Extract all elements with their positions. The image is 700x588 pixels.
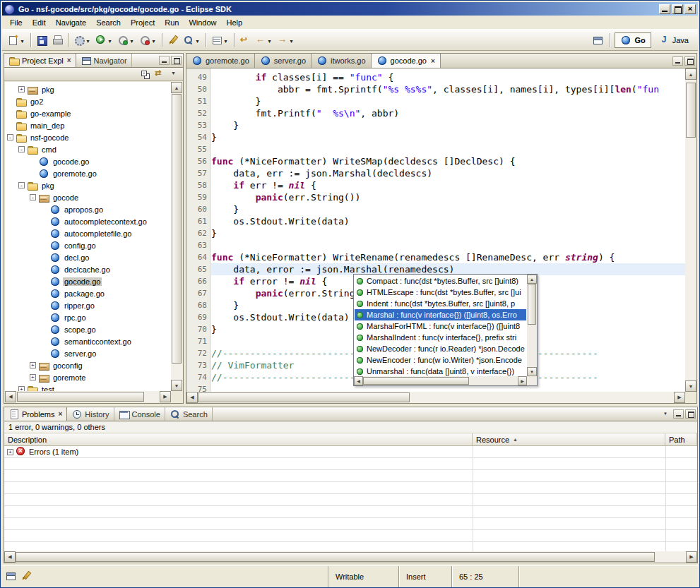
fast-view-icon-button[interactable] — [5, 570, 16, 583]
tree-item-gocode-go[interactable]: gocode.go — [5, 155, 171, 167]
scroll-left-icon[interactable] — [4, 551, 16, 563]
menu-help[interactable]: Help — [222, 17, 248, 28]
view-minimize-button[interactable] — [159, 56, 170, 65]
completion-item[interactable]: Compact : func(dst *bytes.Buffer, src []… — [355, 275, 526, 287]
scroll-down-icon[interactable] — [171, 380, 182, 391]
tree-item-ripper-go[interactable]: ripper.go — [5, 299, 171, 311]
column-header-path[interactable]: Path — [665, 433, 697, 445]
problems-row[interactable]: +Errors (1 item) — [4, 446, 697, 458]
expand-icon[interactable]: + — [18, 86, 25, 92]
editor-tab-goremote-go[interactable]: goremote.go — [186, 54, 255, 68]
scroll-up-icon[interactable] — [527, 275, 537, 284]
close-button[interactable] — [684, 4, 696, 14]
completion-item[interactable]: NewDecoder : func(r io.Reader) *json.Dec… — [355, 343, 526, 354]
link-editor-button[interactable] — [153, 68, 167, 80]
code-line[interactable]: } — [211, 131, 685, 143]
view-maximize-button[interactable] — [684, 56, 695, 66]
edit-pencil-icon-button[interactable] — [20, 570, 32, 583]
scroll-down-icon[interactable] — [527, 367, 537, 376]
problems-tab-problems[interactable]: Problems× — [4, 407, 67, 421]
tree-item-rpc-go[interactable]: rpc.go — [5, 311, 171, 323]
column-header-description[interactable]: Description — [4, 433, 473, 445]
tree-item-goremote[interactable]: +goremote — [5, 371, 171, 383]
scrollbar-thumb[interactable] — [686, 83, 696, 138]
collapse-icon[interactable]: - — [18, 182, 25, 188]
tree-item-goconfig[interactable]: +goconfig — [5, 359, 171, 371]
scrollbar-thumb[interactable] — [16, 552, 655, 562]
completion-item[interactable]: HTMLEscape : func(dst *bytes.Buffer, src… — [355, 287, 526, 298]
collapse-icon[interactable]: - — [7, 134, 13, 140]
new-class-button[interactable] — [210, 32, 230, 49]
maximize-button[interactable] — [672, 4, 683, 14]
expand-icon[interactable]: + — [30, 362, 36, 368]
code-line[interactable]: } — [211, 227, 685, 239]
debug-config-button[interactable] — [138, 32, 158, 49]
code-line[interactable] — [211, 239, 685, 251]
last-edit-button[interactable] — [238, 32, 252, 49]
view-minimize-button[interactable] — [673, 409, 684, 419]
tree-item-autocompletecontext-go[interactable]: autocompletecontext.go — [5, 215, 171, 227]
problems-tab-console[interactable]: Console — [114, 407, 165, 421]
view-menu-button[interactable] — [167, 68, 181, 80]
completion-item[interactable]: Unmarshal : func(data []uint8, v interfa… — [355, 366, 526, 376]
collapse-all-button[interactable] — [138, 68, 153, 80]
view-maximize-button[interactable] — [171, 56, 182, 65]
code-line[interactable] — [211, 143, 685, 155]
dropdown-arrow-icon[interactable] — [129, 36, 135, 44]
editor-vertical-scrollbar[interactable] — [685, 68, 696, 392]
expand-icon[interactable]: + — [30, 374, 36, 380]
completion-item[interactable]: MarshalForHTML : func(v interface{}) ([]… — [355, 320, 526, 332]
code-line[interactable]: data, err := json.Marshal(decldescs) — [211, 167, 685, 179]
code-line[interactable]: fmt.Printf(" %s\n", abbr) — [211, 107, 685, 119]
dropdown-arrow-icon[interactable] — [194, 36, 201, 44]
menu-navigate[interactable]: Navigate — [51, 17, 91, 28]
tree-item-config-go[interactable]: config.go — [5, 239, 171, 251]
scroll-left-icon[interactable] — [186, 392, 198, 403]
perspective-go[interactable]: Go — [615, 32, 651, 48]
dropdown-arrow-icon[interactable] — [19, 36, 25, 44]
code-line[interactable]: if classes[i] == "func" { — [211, 71, 685, 83]
close-tab-icon[interactable]: × — [431, 57, 435, 65]
scroll-up-icon[interactable] — [171, 82, 182, 93]
menu-project[interactable]: Project — [126, 17, 160, 28]
expand-icon[interactable]: + — [7, 449, 13, 455]
perspective-java[interactable]: Java — [653, 32, 694, 48]
dropdown-arrow-icon[interactable] — [266, 36, 273, 44]
tree-item-pkg[interactable]: -pkg — [5, 179, 171, 191]
close-tab-icon[interactable]: × — [58, 410, 62, 418]
scroll-down-icon[interactable] — [685, 380, 696, 392]
open-type-button[interactable] — [166, 32, 180, 49]
open-perspective-button[interactable] — [591, 32, 605, 49]
tree-item-gocode-go[interactable]: gocode.go — [5, 275, 171, 287]
tree-item-package-go[interactable]: package.go — [5, 287, 171, 299]
scrollbar-thumb[interactable] — [17, 392, 144, 402]
problems-horizontal-scrollbar[interactable] — [4, 551, 697, 563]
code-line[interactable]: if err != nil { — [211, 179, 685, 191]
search-button[interactable] — [182, 32, 202, 49]
editor-tab-itworks-go[interactable]: itworks.go — [312, 54, 372, 68]
tree-item-test[interactable]: +test — [5, 383, 171, 391]
expand-icon[interactable]: + — [18, 386, 25, 391]
code-line[interactable]: } — [211, 119, 685, 131]
run-history-button[interactable] — [116, 32, 136, 49]
editor-tab-gocode-go[interactable]: gocode.go× — [372, 54, 441, 68]
dropdown-arrow-icon[interactable] — [150, 36, 157, 44]
editor-horizontal-scrollbar[interactable] — [186, 392, 685, 403]
tree-item-main-dep[interactable]: main_dep — [5, 119, 171, 131]
tree-item-declcache-go[interactable]: declcache.go — [5, 263, 171, 275]
tree-item-semanticcontext-go[interactable]: semanticcontext.go — [5, 335, 171, 347]
tree-item-nsf-gocode[interactable]: -nsf-gocode — [5, 131, 171, 143]
tree-item-apropos-go[interactable]: apropos.go — [5, 203, 171, 215]
close-tab-icon[interactable]: × — [67, 56, 71, 64]
back-button[interactable] — [254, 32, 274, 49]
scrollbar-thumb[interactable] — [198, 392, 410, 402]
view-minimize-button[interactable] — [672, 56, 683, 66]
tree-item-autocompletefile-go[interactable]: autocompletefile.go — [5, 227, 171, 239]
tree-item-goremote-go[interactable]: goremote.go — [5, 167, 171, 179]
code-line[interactable]: } — [211, 95, 685, 107]
scrollbar-thumb[interactable] — [363, 377, 469, 385]
scroll-right-icon[interactable] — [518, 376, 527, 385]
code-line[interactable]: abbr = fmt.Sprintf("%s %s%s", classes[i]… — [211, 83, 685, 95]
code-line[interactable]: func (*NiceFormatter) WriteRename(rename… — [211, 251, 685, 263]
menu-search[interactable]: Search — [91, 17, 126, 28]
